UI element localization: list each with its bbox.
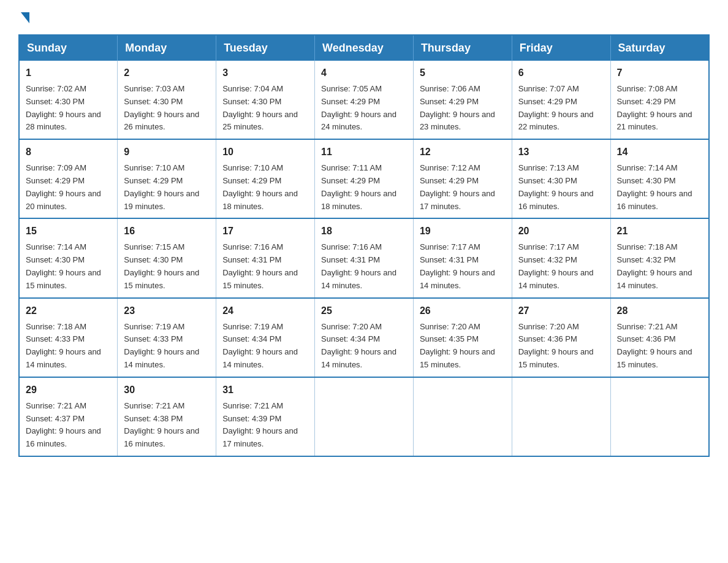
logo <box>18 12 29 23</box>
day-number: 9 <box>124 145 210 159</box>
calendar-week-1: 1 Sunrise: 7:02 AMSunset: 4:30 PMDayligh… <box>19 61 709 139</box>
header-saturday: Saturday <box>610 35 709 61</box>
day-number: 17 <box>222 224 308 239</box>
day-info: Sunrise: 7:16 AMSunset: 4:31 PMDaylight:… <box>222 242 298 289</box>
day-info: Sunrise: 7:07 AMSunset: 4:29 PMDaylight:… <box>518 84 594 131</box>
calendar-cell: 8 Sunrise: 7:09 AMSunset: 4:29 PMDayligh… <box>19 139 118 218</box>
calendar-cell: 25 Sunrise: 7:20 AMSunset: 4:34 PMDaylig… <box>315 298 414 377</box>
day-number: 27 <box>518 304 604 318</box>
day-number: 22 <box>26 304 111 318</box>
header-sunday: Sunday <box>19 35 118 61</box>
day-number: 11 <box>321 145 407 159</box>
day-number: 24 <box>222 304 308 318</box>
calendar-cell: 27 Sunrise: 7:20 AMSunset: 4:36 PMDaylig… <box>512 298 610 377</box>
logo-triangle-icon <box>21 12 29 23</box>
day-info: Sunrise: 7:12 AMSunset: 4:29 PMDaylight:… <box>420 163 495 210</box>
day-number: 14 <box>617 145 702 159</box>
day-info: Sunrise: 7:20 AMSunset: 4:35 PMDaylight:… <box>420 322 495 369</box>
day-number: 19 <box>420 224 506 239</box>
calendar-cell <box>315 377 414 456</box>
header <box>18 12 710 23</box>
day-info: Sunrise: 7:17 AMSunset: 4:31 PMDaylight:… <box>420 242 495 289</box>
day-info: Sunrise: 7:10 AMSunset: 4:29 PMDaylight:… <box>222 163 298 210</box>
day-number: 6 <box>518 66 604 80</box>
day-info: Sunrise: 7:04 AMSunset: 4:30 PMDaylight:… <box>222 84 298 131</box>
day-number: 29 <box>26 383 111 397</box>
day-number: 16 <box>124 224 210 239</box>
day-number: 2 <box>124 66 210 80</box>
day-info: Sunrise: 7:14 AMSunset: 4:30 PMDaylight:… <box>26 242 101 289</box>
day-number: 15 <box>26 224 111 239</box>
day-number: 7 <box>617 66 702 80</box>
calendar-cell: 22 Sunrise: 7:18 AMSunset: 4:33 PMDaylig… <box>19 298 118 377</box>
calendar-week-5: 29 Sunrise: 7:21 AMSunset: 4:37 PMDaylig… <box>19 377 709 456</box>
header-monday: Monday <box>118 35 216 61</box>
day-info: Sunrise: 7:15 AMSunset: 4:30 PMDaylight:… <box>124 242 199 289</box>
calendar-cell: 6 Sunrise: 7:07 AMSunset: 4:29 PMDayligh… <box>512 61 610 139</box>
calendar-cell: 23 Sunrise: 7:19 AMSunset: 4:33 PMDaylig… <box>118 298 216 377</box>
calendar-cell: 3 Sunrise: 7:04 AMSunset: 4:30 PMDayligh… <box>216 61 315 139</box>
day-info: Sunrise: 7:08 AMSunset: 4:29 PMDaylight:… <box>617 84 692 131</box>
calendar-cell: 24 Sunrise: 7:19 AMSunset: 4:34 PMDaylig… <box>216 298 315 377</box>
day-number: 28 <box>617 304 702 318</box>
day-number: 31 <box>222 383 308 397</box>
day-info: Sunrise: 7:11 AMSunset: 4:29 PMDaylight:… <box>321 163 396 210</box>
calendar-cell: 9 Sunrise: 7:10 AMSunset: 4:29 PMDayligh… <box>118 139 216 218</box>
day-number: 30 <box>124 383 210 397</box>
day-number: 3 <box>222 66 308 80</box>
calendar-week-4: 22 Sunrise: 7:18 AMSunset: 4:33 PMDaylig… <box>19 298 709 377</box>
calendar-week-3: 15 Sunrise: 7:14 AMSunset: 4:30 PMDaylig… <box>19 218 709 297</box>
calendar-cell: 18 Sunrise: 7:16 AMSunset: 4:31 PMDaylig… <box>315 218 414 297</box>
calendar-cell: 5 Sunrise: 7:06 AMSunset: 4:29 PMDayligh… <box>413 61 512 139</box>
calendar-cell: 13 Sunrise: 7:13 AMSunset: 4:30 PMDaylig… <box>512 139 610 218</box>
calendar-week-2: 8 Sunrise: 7:09 AMSunset: 4:29 PMDayligh… <box>19 139 709 218</box>
calendar-cell: 30 Sunrise: 7:21 AMSunset: 4:38 PMDaylig… <box>118 377 216 456</box>
calendar-cell: 14 Sunrise: 7:14 AMSunset: 4:30 PMDaylig… <box>610 139 709 218</box>
day-number: 25 <box>321 304 407 318</box>
day-info: Sunrise: 7:21 AMSunset: 4:37 PMDaylight:… <box>26 401 101 448</box>
day-number: 23 <box>124 304 210 318</box>
day-number: 18 <box>321 224 407 239</box>
day-info: Sunrise: 7:03 AMSunset: 4:30 PMDaylight:… <box>124 84 199 131</box>
day-info: Sunrise: 7:18 AMSunset: 4:33 PMDaylight:… <box>26 322 101 369</box>
calendar-cell: 11 Sunrise: 7:11 AMSunset: 4:29 PMDaylig… <box>315 139 414 218</box>
day-info: Sunrise: 7:19 AMSunset: 4:34 PMDaylight:… <box>222 322 298 369</box>
day-number: 13 <box>518 145 604 159</box>
day-info: Sunrise: 7:21 AMSunset: 4:39 PMDaylight:… <box>222 401 298 448</box>
calendar-cell: 21 Sunrise: 7:18 AMSunset: 4:32 PMDaylig… <box>610 218 709 297</box>
day-info: Sunrise: 7:18 AMSunset: 4:32 PMDaylight:… <box>617 242 692 289</box>
day-number: 21 <box>617 224 702 239</box>
day-info: Sunrise: 7:20 AMSunset: 4:36 PMDaylight:… <box>518 322 594 369</box>
day-number: 4 <box>321 66 407 80</box>
calendar-cell: 17 Sunrise: 7:16 AMSunset: 4:31 PMDaylig… <box>216 218 315 297</box>
day-info: Sunrise: 7:09 AMSunset: 4:29 PMDaylight:… <box>26 163 101 210</box>
day-number: 8 <box>26 145 111 159</box>
calendar-header-row: SundayMondayTuesdayWednesdayThursdayFrid… <box>19 35 709 61</box>
calendar-cell: 10 Sunrise: 7:10 AMSunset: 4:29 PMDaylig… <box>216 139 315 218</box>
calendar-cell: 19 Sunrise: 7:17 AMSunset: 4:31 PMDaylig… <box>413 218 512 297</box>
day-info: Sunrise: 7:13 AMSunset: 4:30 PMDaylight:… <box>518 163 594 210</box>
day-info: Sunrise: 7:17 AMSunset: 4:32 PMDaylight:… <box>518 242 594 289</box>
day-info: Sunrise: 7:21 AMSunset: 4:36 PMDaylight:… <box>617 322 692 369</box>
day-number: 26 <box>420 304 506 318</box>
calendar-cell <box>610 377 709 456</box>
day-info: Sunrise: 7:10 AMSunset: 4:29 PMDaylight:… <box>124 163 199 210</box>
header-tuesday: Tuesday <box>216 35 315 61</box>
day-info: Sunrise: 7:06 AMSunset: 4:29 PMDaylight:… <box>420 84 495 131</box>
header-wednesday: Wednesday <box>315 35 414 61</box>
day-number: 20 <box>518 224 604 239</box>
day-info: Sunrise: 7:21 AMSunset: 4:38 PMDaylight:… <box>124 401 199 448</box>
day-number: 5 <box>420 66 506 80</box>
day-info: Sunrise: 7:19 AMSunset: 4:33 PMDaylight:… <box>124 322 199 369</box>
header-thursday: Thursday <box>413 35 512 61</box>
day-info: Sunrise: 7:05 AMSunset: 4:29 PMDaylight:… <box>321 84 396 131</box>
calendar-cell: 31 Sunrise: 7:21 AMSunset: 4:39 PMDaylig… <box>216 377 315 456</box>
calendar-cell: 16 Sunrise: 7:15 AMSunset: 4:30 PMDaylig… <box>118 218 216 297</box>
day-number: 1 <box>26 66 111 80</box>
day-info: Sunrise: 7:02 AMSunset: 4:30 PMDaylight:… <box>26 84 101 131</box>
calendar-cell <box>413 377 512 456</box>
header-friday: Friday <box>512 35 610 61</box>
day-info: Sunrise: 7:14 AMSunset: 4:30 PMDaylight:… <box>617 163 692 210</box>
calendar-cell: 12 Sunrise: 7:12 AMSunset: 4:29 PMDaylig… <box>413 139 512 218</box>
calendar-cell: 20 Sunrise: 7:17 AMSunset: 4:32 PMDaylig… <box>512 218 610 297</box>
